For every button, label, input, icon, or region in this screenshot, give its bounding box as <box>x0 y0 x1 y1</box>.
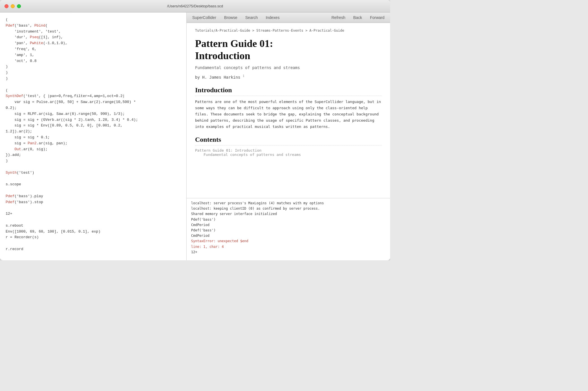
help-toolbar: SuperCollider Browse Search Indexes Refr… <box>187 12 390 23</box>
post-line: 12+ <box>191 250 386 255</box>
doc-title: Pattern Guide 01:Introduction <box>195 38 382 62</box>
intro-heading: Introduction <box>195 86 382 96</box>
post-line: Pdef('bass') <box>191 217 386 222</box>
post-error-line: SyntaxError: unexpected $end <box>191 239 386 244</box>
window-title: /Users/n642275/Desktop/bass.scd <box>167 4 223 8</box>
post-line: CmdPeriod <box>191 222 386 228</box>
breadcrumb: Tutorials/A-Practical-Guide > Streams-Pa… <box>195 29 382 33</box>
code-editor[interactable]: ( Pdef('bass', Pbind( 'instrument', 'tes… <box>6 17 181 252</box>
refresh-button[interactable]: Refresh <box>330 15 346 20</box>
post-line: localhost: server process's MaxLogins (4… <box>191 201 386 206</box>
indexes-button[interactable]: Indexes <box>265 15 281 20</box>
post-error-detail: line: 1, char: 4 <box>191 244 386 250</box>
maximize-button[interactable] <box>17 4 21 8</box>
doc-subtitle: Fundamental concepts of patterns and str… <box>195 65 382 70</box>
main-window: /Users/n642275/Desktop/bass.scd ( Pdef('… <box>0 0 390 260</box>
title-bar: /Users/n642275/Desktop/bass.scd <box>0 0 390 12</box>
search-button[interactable]: Search <box>244 15 259 20</box>
help-document[interactable]: Tutorials/A-Practical-Guide > Streams-Pa… <box>187 23 390 198</box>
post-line: Shared memory server interface initializ… <box>191 211 386 217</box>
supercollider-menu-button[interactable]: SuperCollider <box>191 15 217 20</box>
code-editor-panel[interactable]: ( Pdef('bass', Pbind( 'instrument', 'tes… <box>0 12 187 260</box>
browse-button[interactable]: Browse <box>223 15 239 20</box>
contents-heading: Contents <box>195 136 382 145</box>
back-button[interactable]: Back <box>352 15 363 20</box>
intro-text: Patterns are one of the most powerful el… <box>195 99 382 130</box>
post-line: Pdef('bass') <box>191 228 386 233</box>
post-window[interactable]: localhost: server process's MaxLogins (4… <box>187 198 390 260</box>
close-button[interactable] <box>5 4 8 8</box>
main-content: ( Pdef('bass', Pbind( 'instrument', 'tes… <box>0 12 390 260</box>
post-line: localhost: keeping clientID (0) as confi… <box>191 206 386 211</box>
forward-button[interactable]: Forward <box>369 15 386 20</box>
traffic-lights <box>5 4 21 8</box>
contents-entry: Pattern Guide 01: Introduction <box>195 148 382 152</box>
help-content-area: Tutorials/A-Practical-Guide > Streams-Pa… <box>187 23 390 260</box>
contents-sub-entry: Fundamental concepts of patterns and str… <box>195 152 382 157</box>
post-line: CmdPeriod <box>191 233 386 239</box>
help-browser-panel: SuperCollider Browse Search Indexes Refr… <box>187 12 390 260</box>
doc-author: by H. James Harkins 1 <box>195 74 382 80</box>
minimize-button[interactable] <box>11 4 15 8</box>
